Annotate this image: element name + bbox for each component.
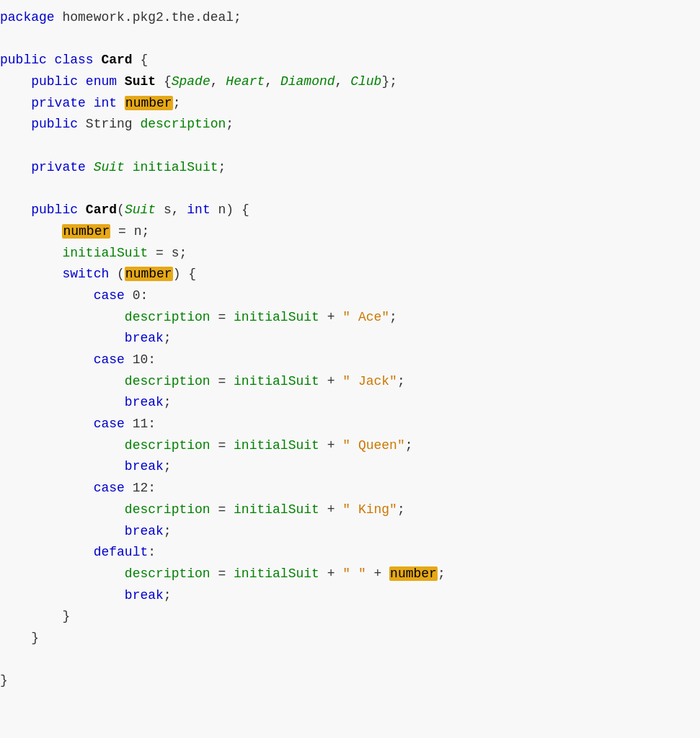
case-0-line: case 0:: [0, 288, 148, 303]
break3-line: break;: [0, 459, 172, 474]
case-11-line: case 11:: [0, 417, 156, 431]
break4-line: break;: [0, 524, 172, 538]
break5-line: break;: [0, 588, 172, 603]
number-assign-line: number = n;: [0, 224, 149, 239]
close-switch-line: }: [0, 609, 70, 623]
enum-line: public enum Suit {Spade, Heart, Diamond,…: [0, 74, 397, 89]
desc-jack-line: description = initialSuit + " Jack";: [0, 374, 405, 388]
constructor-line: public Card(Suit s, int n) {: [0, 203, 249, 217]
public-string-line: public String description;: [0, 117, 234, 131]
desc-ace-line: description = initialSuit + " Ace";: [0, 310, 397, 324]
desc-default-line: description = initialSuit + " " + number…: [0, 566, 446, 581]
private-int-line: private int number;: [0, 96, 180, 110]
break1-line: break;: [0, 331, 172, 345]
private-suit-line: private Suit initialSuit;: [0, 160, 226, 174]
switch-line: switch (number) {: [0, 267, 196, 281]
close-class-line: }: [0, 673, 8, 688]
close-constructor-line: }: [0, 631, 39, 645]
code-editor: package homework.pkg2.the.deal; public c…: [0, 0, 700, 738]
desc-king-line: description = initialSuit + " King";: [0, 502, 405, 517]
package-line: package homework.pkg2.the.deal;: [0, 10, 242, 25]
break2-line: break;: [0, 395, 172, 409]
desc-queen-line: description = initialSuit + " Queen";: [0, 438, 413, 453]
class-declaration: public class Card {: [0, 53, 148, 67]
default-line: default:: [0, 545, 156, 559]
case-10-line: case 10:: [0, 352, 156, 367]
case-12-line: case 12:: [0, 481, 156, 495]
initialsuit-assign-line: initialSuit = s;: [0, 246, 187, 260]
